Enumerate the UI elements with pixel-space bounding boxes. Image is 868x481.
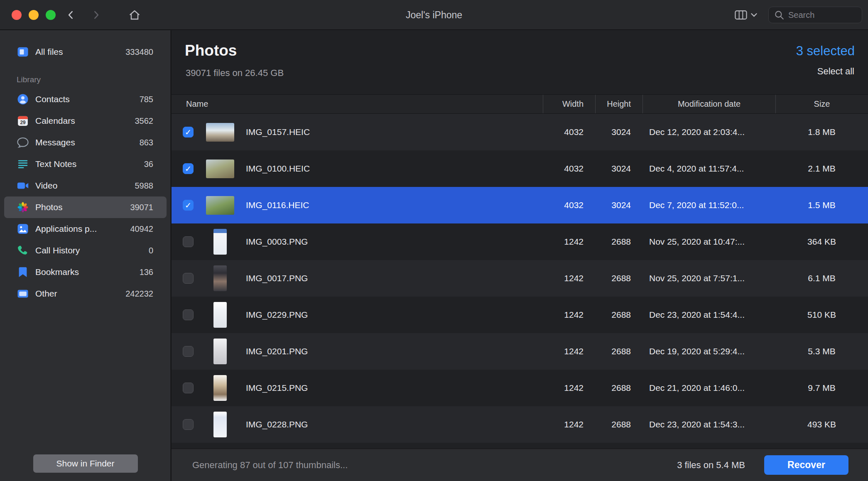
view-columns-icon — [734, 9, 748, 21]
row-checkbox[interactable] — [183, 236, 194, 247]
file-height: 3024 — [595, 200, 642, 210]
statusbar: Generating 87 out of 107 thumbnails... 3… — [172, 449, 868, 481]
file-thumbnail — [206, 160, 234, 178]
calendars-icon: 29 — [17, 115, 29, 127]
thumbnail-progress-text: Generating 87 out of 107 thumbnails... — [192, 460, 677, 471]
table-row[interactable]: IMG_0017.PNG 1242 2688 Nov 25, 2020 at 7… — [172, 260, 868, 297]
file-size: 1.5 MB — [775, 200, 868, 210]
file-width: 1242 — [543, 346, 595, 356]
sidebar-item-label: Bookmarks — [35, 267, 135, 277]
back-button[interactable] — [66, 8, 76, 22]
file-width: 1242 — [543, 273, 595, 283]
file-height: 2688 — [595, 237, 642, 247]
main-content: Photos 39071 files on 26.45 GB 3 selecte… — [172, 30, 868, 449]
column-header-modification-date[interactable]: Modification date — [642, 95, 775, 113]
view-selector[interactable] — [734, 9, 758, 21]
column-header-height[interactable]: Height — [595, 95, 642, 113]
table-row[interactable]: IMG_0003.PNG 1242 2688 Nov 25, 2020 at 1… — [172, 223, 868, 260]
photos-icon — [17, 201, 29, 214]
sidebar-item-calendars[interactable]: 29 Calendars 3562 — [4, 110, 167, 132]
file-modification-date: Nov 25, 2020 at 10:47:... — [642, 237, 775, 247]
file-size: 1.8 MB — [775, 127, 868, 137]
sidebar-item-count: 863 — [140, 138, 153, 147]
sidebar-item-contacts[interactable]: Contacts 785 — [4, 88, 167, 110]
close-button[interactable] — [12, 10, 22, 20]
video-icon — [17, 179, 29, 192]
file-size: 2.1 MB — [775, 164, 868, 174]
sidebar-item-count: 0 — [149, 246, 153, 255]
sidebar-item-other[interactable]: Other 242232 — [4, 283, 167, 304]
page-subtitle: 39071 files on 26.45 GB — [186, 68, 284, 79]
search-input[interactable] — [788, 10, 857, 20]
row-checkbox[interactable] — [183, 127, 194, 137]
table-row[interactable]: IMG_0100.HEIC 4032 3024 Dec 4, 2020 at 1… — [172, 150, 868, 187]
row-checkbox[interactable] — [183, 383, 194, 393]
file-height: 3024 — [595, 164, 642, 174]
sidebar-item-count: 36 — [144, 160, 153, 169]
row-checkbox[interactable] — [183, 309, 194, 320]
file-width: 1242 — [543, 383, 595, 393]
applications-icon — [17, 223, 29, 235]
selection-summary: 3 files on 5.4 MB — [677, 460, 745, 471]
column-header-size[interactable]: Size — [775, 95, 868, 113]
sidebar-item-label: Messages — [35, 137, 135, 147]
sidebar-item-label: Photos — [35, 202, 126, 212]
file-width: 4032 — [543, 127, 595, 137]
titlebar: Joel's iPhone — [0, 0, 868, 30]
table-row[interactable]: IMG_0116.HEIC 4032 3024 Dec 7, 2020 at 1… — [172, 187, 868, 223]
sidebar-item-bookmarks[interactable]: Bookmarks 136 — [4, 261, 167, 283]
file-modification-date: Dec 23, 2020 at 1:54:4... — [642, 310, 775, 320]
row-checkbox[interactable] — [183, 200, 194, 211]
column-header-width[interactable]: Width — [543, 95, 595, 113]
table-row[interactable]: IMG_0201.PNG 1242 2688 Dec 19, 2020 at 5… — [172, 333, 868, 370]
sidebar-item-count: 3562 — [135, 116, 154, 126]
file-size: 6.1 MB — [775, 273, 868, 283]
table-row[interactable]: IMG_0229.PNG 1242 2688 Dec 23, 2020 at 1… — [172, 297, 868, 333]
sidebar-item-count: 242232 — [125, 289, 153, 299]
show-in-finder-button[interactable]: Show in Finder — [33, 454, 138, 473]
table-row[interactable]: IMG_0215.PNG 1242 2688 Dec 21, 2020 at 1… — [172, 370, 868, 406]
sidebar-item-all-files[interactable]: All files 333480 — [4, 41, 167, 63]
home-button[interactable] — [128, 0, 141, 30]
sidebar-item-messages[interactable]: Messages 863 — [4, 132, 167, 153]
file-width: 1242 — [543, 310, 595, 320]
sidebar-item-text-notes[interactable]: Text Notes 36 — [4, 153, 167, 175]
sidebar-item-label: Applications p... — [35, 224, 126, 234]
sidebar-item-count: 39071 — [130, 203, 153, 212]
file-modification-date: Dec 7, 2020 at 11:52:0... — [642, 200, 775, 210]
table-row[interactable]: IMG_0228.PNG 1242 2688 Dec 23, 2020 at 1… — [172, 406, 868, 443]
row-checkbox[interactable] — [183, 163, 194, 174]
table-row[interactable]: IMG_0157.HEIC 4032 3024 Dec 12, 2020 at … — [172, 114, 868, 150]
file-size: 5.3 MB — [775, 346, 868, 356]
file-size: 493 KB — [775, 420, 868, 429]
search-field[interactable] — [768, 7, 862, 23]
selected-count: 3 selected — [796, 44, 855, 59]
sidebar-item-count: 333480 — [125, 47, 153, 57]
minimize-button[interactable] — [29, 10, 39, 20]
zoom-button[interactable] — [46, 10, 56, 20]
column-header-name[interactable]: Name — [172, 99, 543, 109]
table-header: Name Width Height Modification date Size — [172, 94, 868, 114]
sidebar-item-call-history[interactable]: Call History 0 — [4, 240, 167, 261]
file-thumbnail — [206, 229, 234, 255]
file-modification-date: Dec 4, 2020 at 11:57:4... — [642, 164, 775, 174]
row-checkbox[interactable] — [183, 419, 194, 430]
sidebar-item-label: Video — [35, 181, 131, 191]
forward-button[interactable] — [91, 8, 101, 22]
sidebar-item-count: 40942 — [130, 224, 153, 234]
sidebar-item-video[interactable]: Video 5988 — [4, 175, 167, 196]
sidebar-item-applications-p[interactable]: Applications p... 40942 — [4, 218, 167, 240]
recover-button[interactable]: Recover — [764, 455, 848, 475]
sidebar-item-photos[interactable]: Photos 39071 — [4, 196, 167, 218]
file-height: 2688 — [595, 310, 642, 320]
select-all-button[interactable]: Select all — [817, 66, 854, 77]
row-checkbox[interactable] — [183, 346, 194, 357]
text-notes-icon — [17, 158, 29, 170]
file-modification-date: Nov 25, 2020 at 7:57:1... — [642, 273, 775, 283]
file-name: IMG_0157.HEIC — [246, 127, 310, 137]
file-thumbnail — [206, 123, 234, 142]
file-name: IMG_0201.PNG — [246, 346, 308, 356]
file-size: 9.7 MB — [775, 383, 868, 393]
file-height: 2688 — [595, 420, 642, 429]
row-checkbox[interactable] — [183, 273, 194, 284]
